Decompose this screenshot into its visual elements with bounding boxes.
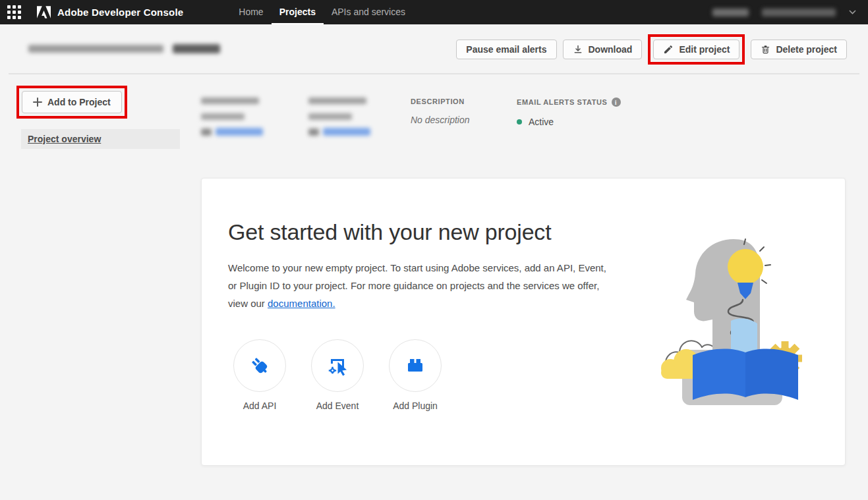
meta-last-modified	[201, 97, 263, 136]
card-heading: Get started with your new project	[228, 219, 551, 245]
breadcrumb	[28, 44, 220, 53]
add-event-button[interactable]: Add Event	[311, 339, 364, 411]
redacted-breadcrumb-org-projects[interactable]	[28, 45, 163, 53]
redacted-last-modified-label	[201, 97, 259, 104]
meta-created	[308, 97, 370, 136]
email-alerts-label: EMAIL ALERTS STATUS	[517, 98, 608, 106]
top-header: Adobe Developer Console Home Projects AP…	[0, 0, 868, 24]
add-to-project-button[interactable]: Add to Project	[22, 91, 122, 113]
description-value: No description	[411, 115, 470, 125]
header-divider	[9, 73, 859, 74]
adobe-developer-console-page: Adobe Developer Console Home Projects AP…	[0, 0, 868, 500]
plugin-brick-icon	[403, 353, 428, 378]
redacted-created-label	[308, 97, 366, 104]
plug-icon	[247, 353, 272, 378]
add-api-button[interactable]: Add API	[233, 339, 286, 411]
card-body: Welcome to your new empty project. To st…	[228, 259, 614, 312]
delete-project-button[interactable]: Delete project	[751, 40, 847, 59]
download-icon	[573, 44, 583, 55]
header-user-area	[712, 0, 868, 24]
highlight-box-add-to-project: Add to Project	[16, 86, 127, 119]
event-cursor-icon	[325, 353, 350, 378]
quick-actions: Add API	[233, 339, 442, 411]
top-nav: Home Projects APIs and services	[231, 0, 413, 24]
project-illustration	[660, 236, 815, 411]
info-icon[interactable]: i	[612, 97, 621, 107]
documentation-link[interactable]: documentation.	[268, 298, 335, 309]
redacted-by-text	[201, 128, 212, 136]
redacted-last-modified-date	[201, 113, 245, 120]
edit-project-button[interactable]: Edit project	[653, 40, 739, 59]
status-dot	[517, 119, 522, 125]
redacted-user-link[interactable]	[323, 128, 370, 136]
add-plugin-button[interactable]: Add Plugin	[389, 339, 442, 411]
highlight-box-edit-project: Edit project	[648, 34, 745, 65]
meta-description: DESCRIPTION No description	[411, 97, 470, 125]
chevron-down-icon[interactable]	[849, 10, 856, 14]
redacted-org-chip[interactable]	[712, 9, 749, 16]
project-toolbar: Pause email alerts Download Edit project	[456, 24, 847, 74]
meta-email-alerts: EMAIL ALERTS STATUS i Active	[517, 97, 621, 127]
nav-home[interactable]: Home	[231, 0, 271, 24]
email-alerts-status: Active	[529, 117, 554, 127]
sidebar-item-project-overview[interactable]: Project overview	[21, 129, 180, 149]
nav-projects[interactable]: Projects	[272, 0, 324, 24]
download-button[interactable]: Download	[563, 40, 643, 59]
get-started-card: Get started with your new project Welcom…	[201, 178, 846, 466]
pause-email-alerts-button[interactable]: Pause email alerts	[456, 40, 556, 59]
app-title: Adobe Developer Console	[57, 7, 183, 18]
adobe-logo-icon	[37, 6, 51, 18]
trash-icon	[761, 44, 770, 55]
brand-home-link[interactable]: Adobe Developer Console	[37, 0, 183, 24]
plus-icon	[33, 97, 42, 107]
grid-icon	[7, 5, 21, 19]
pencil-icon	[663, 44, 674, 55]
redacted-user-email[interactable]	[762, 9, 836, 16]
nav-apis-and-services[interactable]: APIs and services	[324, 0, 413, 24]
redacted-by-text	[308, 128, 319, 136]
redacted-breadcrumb-project-name	[173, 44, 220, 53]
redacted-created-date	[308, 113, 352, 120]
description-label: DESCRIPTION	[411, 97, 470, 105]
app-switcher-button[interactable]	[0, 0, 28, 24]
breadcrumb-toolbar-row: Pause email alerts Download Edit project	[0, 24, 868, 74]
redacted-user-link[interactable]	[216, 128, 263, 136]
